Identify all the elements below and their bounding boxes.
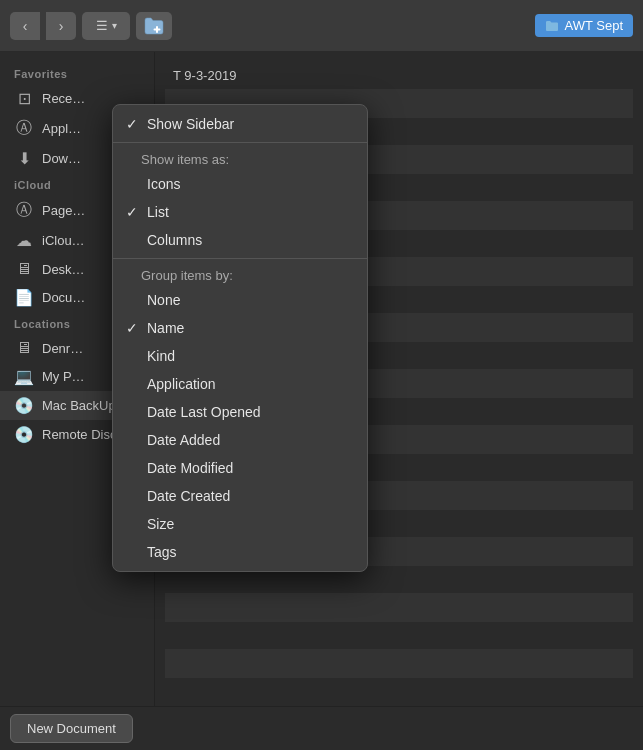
location-badge: AWT Sept xyxy=(535,14,633,37)
menu-item-label: Size xyxy=(147,516,174,532)
group-items-by-label: Group items by: xyxy=(113,263,367,286)
folder-small-icon xyxy=(545,20,559,32)
sidebar-item-label: Page… xyxy=(42,203,85,218)
content-row-20 xyxy=(165,594,633,622)
view-dropdown-menu: ✓ Show Sidebar Show items as: ✓ Icons ✓ … xyxy=(112,104,368,572)
forward-button[interactable]: › xyxy=(46,12,76,40)
recents-icon: ⊡ xyxy=(14,89,34,108)
menu-separator-2 xyxy=(113,258,367,259)
new-folder-button[interactable] xyxy=(136,12,172,40)
remotedisc-icon: 💿 xyxy=(14,425,34,444)
view-menu-button[interactable]: ☰ ▾ xyxy=(82,12,130,40)
menu-item-label: Icons xyxy=(147,176,180,192)
pages-icon: Ⓐ xyxy=(14,200,34,221)
menu-item-none[interactable]: ✓ None xyxy=(113,286,367,314)
menu-item-application[interactable]: ✓ Application xyxy=(113,370,367,398)
checkmark-name: ✓ xyxy=(123,320,141,336)
mypc-icon: 💻 xyxy=(14,367,34,386)
sidebar-item-label: Docu… xyxy=(42,290,85,305)
menu-item-show-sidebar[interactable]: ✓ Show Sidebar xyxy=(113,110,367,138)
menu-item-label: Date Last Opened xyxy=(147,404,261,420)
downloads-icon: ⬇ xyxy=(14,149,34,168)
show-items-as-label: Show items as: xyxy=(113,147,367,170)
toolbar: ‹ › ☰ ▾ AWT Sept xyxy=(0,0,643,52)
macbackup-icon: 💿 xyxy=(14,396,34,415)
hamburger-icon: ☰ xyxy=(96,18,108,33)
menu-item-icons[interactable]: ✓ Icons xyxy=(113,170,367,198)
menu-item-label: List xyxy=(147,204,169,220)
documents-icon: 📄 xyxy=(14,288,34,307)
menu-item-label: Date Added xyxy=(147,432,220,448)
new-document-button[interactable]: New Document xyxy=(10,714,133,743)
content-row-1: T 9-3-2019 xyxy=(165,62,633,90)
checkmark-list: ✓ xyxy=(123,204,141,220)
main-area: Favorites ⊡ Rece… Ⓐ Appl… ⬇ Dow… iCloud … xyxy=(0,52,643,706)
menu-item-label: Date Created xyxy=(147,488,230,504)
menu-separator-1 xyxy=(113,142,367,143)
folder-icon xyxy=(143,17,165,35)
favorites-section-label: Favorites xyxy=(0,62,154,84)
menu-item-list[interactable]: ✓ List xyxy=(113,198,367,226)
sidebar-item-label: Appl… xyxy=(42,121,81,136)
sidebar-item-label: Rece… xyxy=(42,91,85,106)
menu-item-date-last-opened[interactable]: ✓ Date Last Opened xyxy=(113,398,367,426)
applications-icon: Ⓐ xyxy=(14,118,34,139)
menu-item-label: Date Modified xyxy=(147,460,233,476)
desktop-icon: 🖥 xyxy=(14,260,34,278)
menu-item-label: Show Sidebar xyxy=(147,116,234,132)
sidebar-item-label: My P… xyxy=(42,369,85,384)
menu-item-label: Application xyxy=(147,376,216,392)
sidebar-item-label: Desk… xyxy=(42,262,85,277)
menu-item-date-created[interactable]: ✓ Date Created xyxy=(113,482,367,510)
menu-item-label: Columns xyxy=(147,232,202,248)
menu-item-tags[interactable]: ✓ Tags xyxy=(113,538,367,566)
sidebar-item-label: iClou… xyxy=(42,233,85,248)
sidebar-item-label: Denr… xyxy=(42,341,83,356)
content-row-21 xyxy=(165,622,633,650)
menu-item-name[interactable]: ✓ Name xyxy=(113,314,367,342)
sidebar-item-label: Mac BackUp xyxy=(42,398,116,413)
denver-icon: 🖥 xyxy=(14,339,34,357)
menu-item-label: None xyxy=(147,292,180,308)
menu-item-date-added[interactable]: ✓ Date Added xyxy=(113,426,367,454)
content-row-22 xyxy=(165,650,633,678)
menu-item-label: Tags xyxy=(147,544,177,560)
sidebar-item-label: Remote Disc xyxy=(42,427,116,442)
menu-item-size[interactable]: ✓ Size xyxy=(113,510,367,538)
sidebar-item-label: Dow… xyxy=(42,151,81,166)
menu-item-kind[interactable]: ✓ Kind xyxy=(113,342,367,370)
chevron-down-icon: ▾ xyxy=(112,20,117,31)
bottom-bar: New Document xyxy=(0,706,643,750)
menu-item-label: Name xyxy=(147,320,184,336)
menu-item-columns[interactable]: ✓ Columns xyxy=(113,226,367,254)
menu-item-label: Kind xyxy=(147,348,175,364)
checkmark-show-sidebar: ✓ xyxy=(123,116,141,132)
menu-item-date-modified[interactable]: ✓ Date Modified xyxy=(113,454,367,482)
icloud-icon: ☁ xyxy=(14,231,34,250)
back-button[interactable]: ‹ xyxy=(10,12,40,40)
